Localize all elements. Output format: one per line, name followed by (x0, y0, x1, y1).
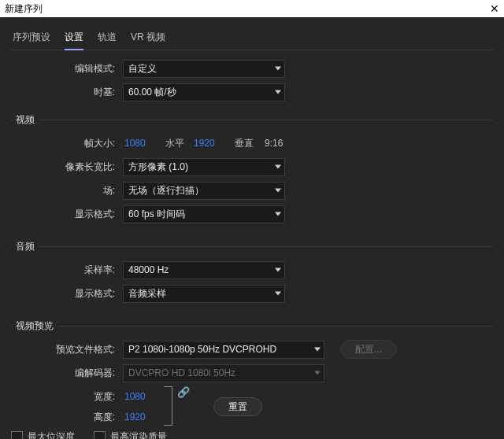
caret-down-icon (275, 212, 281, 216)
tabs: 序列预设 设置 轨道 VR 视频 (11, 24, 493, 50)
tab-vr[interactable]: VR 视频 (131, 28, 165, 50)
configure-button: 配置... (340, 340, 397, 359)
tab-tracks[interactable]: 轨道 (98, 28, 117, 50)
caret-down-icon (275, 165, 281, 169)
window-title: 新建序列 (5, 0, 43, 17)
frame-size-label: 帧大小: (11, 137, 123, 150)
horizontal-label: 水平 (165, 137, 184, 150)
caret-down-icon (314, 348, 321, 352)
vertical-label: 垂直 (235, 137, 254, 150)
caret-down-icon (275, 67, 281, 71)
fields-select[interactable]: 无场（逐行扫描） (123, 182, 285, 200)
frame-height-input[interactable]: 1920 (192, 138, 230, 149)
tab-preset[interactable]: 序列预设 (13, 28, 50, 50)
link-icon[interactable]: 🔗 (177, 386, 190, 398)
frame-width-input[interactable]: 1080 (123, 138, 161, 149)
preview-file-select[interactable]: P2 1080i-1080p 50Hz DVCPROHD (123, 341, 324, 359)
video-display-label: 显示格式: (11, 208, 123, 221)
video-section-title: 视频 (13, 113, 39, 127)
window-titlebar: 新建序列 ✕ (0, 0, 504, 18)
reset-button[interactable]: 重置 (213, 397, 262, 416)
sample-rate-label: 采样率: (11, 264, 123, 277)
edit-mode-select[interactable]: 自定义 (123, 60, 285, 78)
timebase-select[interactable]: 60.00 帧/秒 (123, 83, 285, 101)
preview-file-label: 预览文件格式: (11, 343, 123, 356)
preview-width-label: 宽度: (11, 390, 123, 404)
timebase-label: 时基: (11, 86, 123, 99)
caret-down-icon (275, 90, 281, 94)
aspect-readout: 9:16 (265, 138, 283, 149)
audio-display-label: 显示格式: (11, 287, 123, 301)
max-bit-depth-label: 最大位深度 (28, 430, 75, 439)
audio-display-select[interactable]: 音频采样 (123, 285, 285, 303)
video-group: 视频 帧大小: 1080 水平 1920 垂直 9:16 像素长宽比: 方形像素… (11, 113, 493, 229)
preview-height-label: 高度: (11, 411, 123, 424)
video-display-select[interactable]: 60 fps 时间码 (123, 205, 285, 223)
caret-down-icon (314, 371, 321, 375)
preview-group: 视频预览 预览文件格式: P2 1080i-1080p 50Hz DVCPROH… (11, 319, 493, 439)
audio-group: 音频 采样率: 48000 Hz 显示格式: 音频采样 (11, 240, 493, 308)
edit-mode-label: 编辑模式: (11, 62, 123, 76)
preview-section-title: 视频预览 (13, 319, 58, 333)
max-render-quality-label: 最高渲染质量 (110, 430, 167, 439)
caret-down-icon (275, 189, 281, 193)
tab-settings[interactable]: 设置 (65, 28, 83, 50)
close-icon[interactable]: ✕ (490, 0, 499, 17)
par-label: 像素长宽比: (11, 160, 123, 174)
link-bracket (164, 386, 172, 426)
preview-height-input[interactable]: 1920 (123, 411, 161, 422)
caret-down-icon (275, 268, 281, 272)
max-render-quality-checkbox[interactable] (94, 431, 106, 439)
par-select[interactable]: 方形像素 (1.0) (123, 158, 285, 176)
codec-select: DVCPRO HD 1080i 50Hz (123, 364, 324, 382)
fields-label: 场: (11, 184, 123, 197)
codec-label: 编解码器: (11, 367, 123, 380)
max-bit-depth-checkbox[interactable] (11, 431, 23, 439)
caret-down-icon (275, 292, 281, 296)
sample-rate-select[interactable]: 48000 Hz (123, 261, 285, 279)
preview-width-input[interactable]: 1080 (123, 391, 161, 402)
audio-section-title: 音频 (13, 240, 39, 253)
